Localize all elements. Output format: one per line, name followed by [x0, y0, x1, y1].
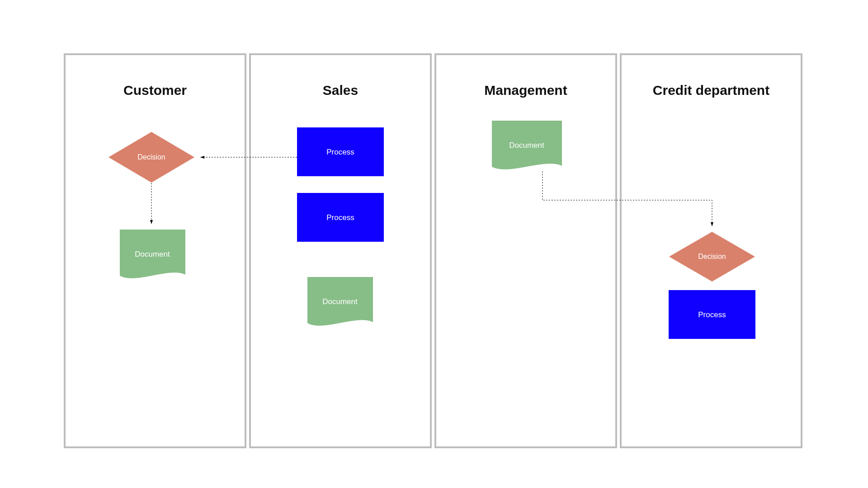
- node-customer-document-label: Document: [135, 250, 170, 258]
- node-customer-decision-label: Decision: [137, 153, 165, 161]
- node-customer-document[interactable]: Document: [120, 230, 185, 278]
- node-sales-process-1[interactable]: Process: [297, 127, 384, 176]
- node-credit-decision-label: Decision: [698, 253, 726, 260]
- node-sales-process-2-label: Process: [326, 213, 354, 222]
- lane-sales[interactable]: [250, 54, 431, 447]
- lane-management[interactable]: [435, 54, 616, 447]
- node-customer-decision[interactable]: Decision: [108, 132, 194, 183]
- connector-management-to-credit-decision: [542, 171, 712, 226]
- diagram-stage: Customer Sales Management Credit departm…: [0, 0, 868, 488]
- node-management-document-label: Document: [509, 141, 544, 150]
- lane-title-customer: Customer: [123, 83, 187, 98]
- node-sales-process-1-label: Process: [326, 148, 354, 156]
- node-credit-process-label: Process: [698, 310, 726, 319]
- node-credit-decision[interactable]: Decision: [669, 232, 755, 282]
- swimlane-svg: Customer Sales Management Credit departm…: [0, 0, 868, 488]
- lane-title-credit: Credit department: [653, 83, 769, 98]
- node-sales-document[interactable]: Document: [307, 277, 373, 326]
- node-management-document[interactable]: Document: [492, 121, 562, 169]
- node-sales-document-label: Document: [322, 297, 358, 306]
- node-sales-process-2[interactable]: Process: [297, 193, 384, 242]
- lane-title-sales: Sales: [323, 83, 358, 98]
- lane-title-management: Management: [484, 83, 567, 98]
- node-credit-process[interactable]: Process: [669, 290, 755, 339]
